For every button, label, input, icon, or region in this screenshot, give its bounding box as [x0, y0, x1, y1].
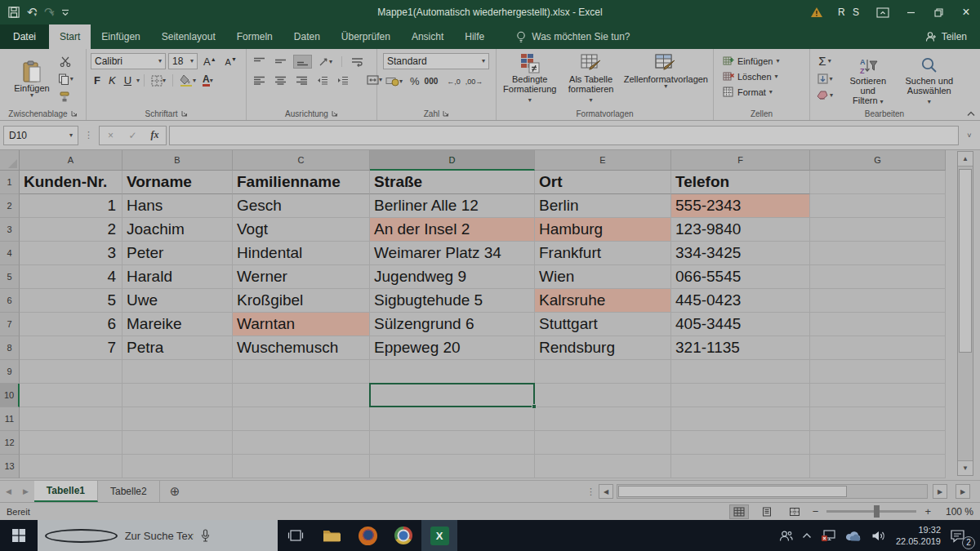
enter-entry-icon[interactable]: ✓ [122, 130, 144, 141]
grid-cell-B6[interactable]: Uwe [122, 289, 233, 313]
grid-cell-B9[interactable] [122, 360, 233, 384]
sheet-nav-prev-icon[interactable]: ◀ [0, 481, 17, 502]
increase-indent-icon[interactable] [335, 74, 351, 87]
cell-styles-button[interactable]: Zellenformatvorlagen ▾ [620, 52, 712, 90]
scroll-down-icon[interactable]: ▼ [958, 460, 973, 475]
people-icon[interactable] [777, 530, 795, 542]
grid-cell-G10[interactable] [810, 384, 946, 407]
row-header-12[interactable]: 12 [0, 431, 20, 455]
grid-cell-E1[interactable]: Ort [535, 171, 671, 194]
grid-cell-C11[interactable] [233, 407, 370, 431]
grid-cell-A3[interactable]: 2 [20, 218, 122, 242]
share-button[interactable]: Teilen [912, 24, 980, 49]
ribbon-tab-ansicht[interactable]: Ansicht [401, 24, 454, 49]
grid-cell-F13[interactable] [671, 455, 810, 478]
grid-cell-F9[interactable] [671, 360, 810, 384]
grid-cell-A6[interactable]: 5 [20, 289, 122, 313]
row-header-5[interactable]: 5 [0, 265, 20, 289]
row-header-8[interactable]: 8 [0, 336, 20, 360]
grid-cell-C12[interactable] [233, 431, 370, 455]
grid-cell-B12[interactable] [122, 431, 233, 455]
tab-scroll-right-icon[interactable]: ▶ [956, 484, 970, 499]
grid-cell-B2[interactable]: Hans [122, 194, 233, 218]
grid-cell-A9[interactable] [20, 360, 122, 384]
sheet-nav-next-icon[interactable]: ▶ [17, 481, 34, 502]
percent-style-button[interactable]: % [410, 75, 420, 87]
grid-cell-G4[interactable] [810, 242, 946, 265]
fill-color-icon[interactable]: ▾ [177, 73, 198, 88]
row-header-7[interactable]: 7 [0, 313, 20, 336]
grid-cell-D5[interactable]: Jugendweg 9 [370, 265, 535, 289]
vertical-scroll-thumb[interactable] [959, 169, 972, 353]
grid-cell-F5[interactable]: 066-5545 [671, 265, 810, 289]
close-button[interactable]: × [952, 0, 980, 24]
grid-cell-E7[interactable]: Stuttgart [535, 313, 671, 336]
sort-filter-button[interactable]: AZ Sortieren und Filtern ▾ [837, 53, 899, 108]
ribbon-tab-daten[interactable]: Daten [283, 24, 331, 49]
ribbon-tab-hilfe[interactable]: Hilfe [454, 24, 495, 49]
action-center-button[interactable]: 2 [950, 529, 973, 543]
grid-cell-D13[interactable] [370, 455, 535, 478]
grid-cell-G6[interactable] [810, 289, 946, 313]
vertical-scrollbar[interactable]: ▲ ▼ [957, 151, 973, 476]
orientation-icon[interactable]: ▾ [316, 56, 335, 69]
upload-warning-icon[interactable] [803, 0, 831, 24]
insert-cells-button[interactable]: Einfügen▾ [721, 55, 808, 67]
grid-cell-D11[interactable] [370, 407, 535, 431]
zoom-in-icon[interactable]: + [924, 505, 931, 518]
delete-cells-button[interactable]: Löschen▾ [721, 70, 808, 82]
grid-cell-E2[interactable]: Berlin [535, 194, 671, 218]
hscroll-left-icon[interactable]: ◀ [599, 484, 613, 499]
taskbar-clock[interactable]: 19:32 22.05.2019 [896, 524, 941, 547]
grid-cell-A4[interactable]: 3 [20, 242, 122, 265]
microphone-icon[interactable] [201, 529, 270, 542]
grid-cell-G13[interactable] [810, 455, 946, 478]
grid-cell-C8[interactable]: Wuschemusch [233, 336, 370, 360]
alignment-dialog-launcher[interactable] [332, 110, 338, 117]
ribbon-tab-start[interactable]: Start [49, 24, 91, 49]
ribbon-tab-einfügen[interactable]: Einfügen [91, 24, 150, 49]
borders-icon[interactable]: ▾ [149, 73, 168, 88]
grid-cell-G7[interactable] [810, 313, 946, 336]
column-header-D[interactable]: D [370, 150, 535, 171]
column-header-E[interactable]: E [535, 150, 671, 171]
chrome-button[interactable] [385, 520, 421, 551]
firefox-button[interactable] [350, 520, 385, 551]
wrap-text-icon[interactable] [349, 56, 366, 69]
ribbon-tab-formeln[interactable]: Formeln [226, 24, 283, 49]
grid-cell-A13[interactable] [20, 455, 122, 478]
font-name-select[interactable]: Calibri▾ [91, 53, 166, 69]
grid-cell-B7[interactable]: Mareike [122, 313, 233, 336]
task-view-button[interactable] [278, 520, 314, 551]
account-initials[interactable]: R S [831, 0, 869, 24]
decrease-decimal-button[interactable]: ,00→ [466, 78, 483, 86]
bold-button[interactable]: F [91, 74, 104, 87]
taskbar-search-input[interactable]: Zur Suche Text hier eingeben [38, 520, 278, 551]
row-header-3[interactable]: 3 [0, 218, 20, 242]
ribbon-display-options-icon[interactable] [869, 0, 897, 24]
grid-cell-F6[interactable]: 445-0423 [671, 289, 810, 313]
grid-cell-A10[interactable] [20, 384, 122, 407]
grid-cell-A5[interactable]: 4 [20, 265, 122, 289]
grid-cell-F11[interactable] [671, 407, 810, 431]
font-color-icon[interactable]: A▾ [200, 73, 216, 88]
currency-icon[interactable]: ▾ [383, 74, 405, 88]
grid-cell-E10[interactable] [535, 384, 671, 407]
grid-cell-F2[interactable]: 555-2343 [671, 194, 810, 218]
redo-button[interactable]: ↷▾ [44, 6, 54, 19]
grid-cell-D4[interactable]: Weimarer Platz 34 [370, 242, 535, 265]
clear-button[interactable]: ▾ [814, 89, 835, 101]
grid-cell-B13[interactable] [122, 455, 233, 478]
grid-cell-B11[interactable] [122, 407, 233, 431]
grid-cell-C7[interactable]: Warntan [233, 313, 370, 336]
grid-cell-E12[interactable] [535, 431, 671, 455]
grid-cell-F4[interactable]: 334-3425 [671, 242, 810, 265]
row-header-10[interactable]: 10 [0, 384, 20, 407]
grid-cell-F3[interactable]: 123-9840 [671, 218, 810, 242]
sheet-tab-tabelle2[interactable]: Tabelle2 [98, 481, 160, 502]
tell-me-box[interactable]: Was möchten Sie tun? [516, 24, 630, 49]
ribbon-tab-überprüfen[interactable]: Überprüfen [331, 24, 401, 49]
grid-cell-G11[interactable] [810, 407, 946, 431]
column-header-F[interactable]: F [671, 150, 810, 171]
grid-cell-B5[interactable]: Harald [122, 265, 233, 289]
